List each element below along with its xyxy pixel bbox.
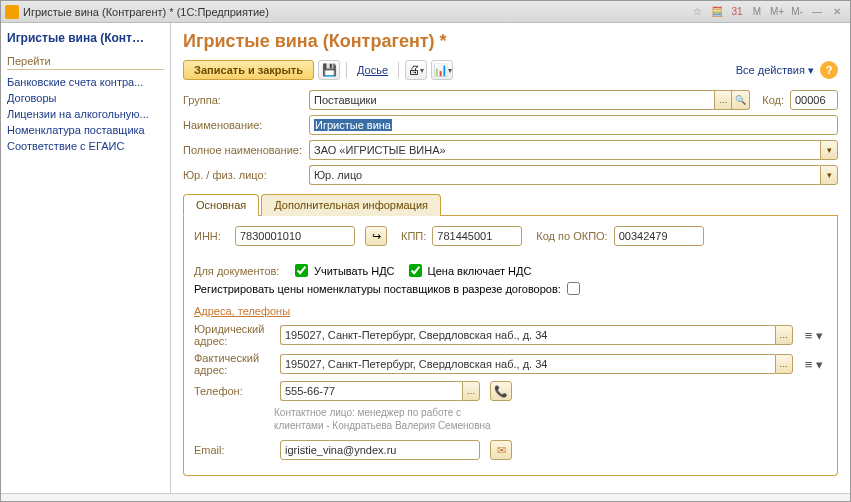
memory-mplus-button[interactable]: M+ [768, 4, 786, 20]
statusbar [1, 493, 850, 501]
sidebar: Игристые вина (Конт… Перейти Банковские … [1, 23, 171, 493]
sidebar-section-label: Перейти [7, 55, 164, 70]
fact-addr-label: Фактический адрес: [194, 352, 274, 376]
phone-select-button[interactable]: … [462, 381, 480, 401]
fullname-dropdown-button[interactable]: ▾ [820, 140, 838, 160]
sidebar-link-contracts[interactable]: Договоры [7, 90, 164, 106]
tab-main-body: ИНН: ↪ КПП: Код по ОКПО: Для документов:… [183, 216, 838, 476]
sidebar-link-egais[interactable]: Соответствие с ЕГАИС [7, 138, 164, 154]
app-icon [5, 5, 19, 19]
code-input[interactable] [790, 90, 838, 110]
kpp-label: КПП: [401, 230, 426, 242]
toolbar: Записать и закрыть 💾 Досье 🖨▾ 📊▾ Все дей… [183, 60, 838, 80]
legal-addr-input[interactable] [280, 325, 775, 345]
phone-input[interactable] [280, 381, 462, 401]
fact-addr-select-button[interactable]: … [775, 354, 793, 374]
inn-fill-button[interactable]: ↪ [365, 226, 387, 246]
name-input[interactable]: Игристые вина [309, 115, 838, 135]
vat-price-checkbox[interactable] [409, 264, 422, 277]
sidebar-link-licenses[interactable]: Лицензии на алкогольную... [7, 106, 164, 122]
memory-mminus-button[interactable]: M- [788, 4, 806, 20]
fullname-label: Полное наименование: [183, 144, 303, 156]
window-title: Игристые вина (Контрагент) * (1С:Предпри… [23, 6, 686, 18]
fact-addr-input[interactable] [280, 354, 775, 374]
group-search-button[interactable]: 🔍 [732, 90, 750, 110]
okpo-input[interactable] [614, 226, 704, 246]
print-dropdown-icon[interactable]: 🖨▾ [405, 60, 427, 80]
inn-label: ИНН: [194, 230, 229, 242]
memory-m-button[interactable]: M [748, 4, 766, 20]
sidebar-link-supplier-items[interactable]: Номенклатура поставщика [7, 122, 164, 138]
jurfiz-dropdown-button[interactable]: ▾ [820, 165, 838, 185]
minimize-button[interactable]: — [808, 4, 826, 20]
sidebar-link-bank-accounts[interactable]: Банковские счета контра... [7, 74, 164, 90]
calendar-icon[interactable]: 31 [728, 4, 746, 20]
legal-addr-menu-icon[interactable]: ≡ ▾ [801, 328, 827, 343]
contact-note: Контактное лицо: менеджер по работе с кл… [274, 406, 504, 432]
titlebar: Игристые вина (Контрагент) * (1С:Предпри… [1, 1, 850, 23]
inn-input[interactable] [235, 226, 355, 246]
name-label: Наименование: [183, 119, 303, 131]
vat-price-label: Цена включает НДС [428, 265, 532, 277]
fact-addr-menu-icon[interactable]: ≡ ▾ [801, 357, 827, 372]
group-label: Группа: [183, 94, 303, 106]
group-select-button[interactable]: … [714, 90, 732, 110]
kpp-input[interactable] [432, 226, 522, 246]
email-input[interactable] [280, 440, 480, 460]
group-input[interactable] [309, 90, 714, 110]
tab-extra[interactable]: Дополнительная информация [261, 194, 441, 216]
fullname-input[interactable] [309, 140, 820, 160]
phone-label: Телефон: [194, 385, 274, 397]
vat-include-label: Учитывать НДС [314, 265, 395, 277]
report-dropdown-icon[interactable]: 📊▾ [431, 60, 453, 80]
page-title: Игристые вина (Контрагент) * [183, 31, 838, 52]
all-actions-dropdown[interactable]: Все действия ▾ [736, 64, 814, 77]
save-icon[interactable]: 💾 [318, 60, 340, 80]
jurfiz-label: Юр. / физ. лицо: [183, 169, 303, 181]
dossier-link[interactable]: Досье [353, 64, 392, 76]
reg-prices-checkbox[interactable] [567, 282, 580, 295]
app-window: Игристые вина (Контрагент) * (1С:Предпри… [0, 0, 851, 502]
tab-main[interactable]: Основная [183, 194, 259, 216]
main-panel: Игристые вина (Контрагент) * Записать и … [171, 23, 850, 493]
jurfiz-input[interactable] [309, 165, 820, 185]
close-button[interactable]: ✕ [828, 4, 846, 20]
calculator-icon[interactable]: 🧮 [708, 4, 726, 20]
docs-label: Для документов: [194, 265, 289, 277]
legal-addr-select-button[interactable]: … [775, 325, 793, 345]
vat-include-checkbox[interactable] [295, 264, 308, 277]
sidebar-title: Игристые вина (Конт… [7, 31, 164, 45]
tabs: Основная Дополнительная информация [183, 193, 838, 216]
reg-prices-label: Регистрировать цены номенклатуры поставщ… [194, 283, 561, 295]
help-icon[interactable]: ? [820, 61, 838, 79]
email-label: Email: [194, 444, 274, 456]
legal-addr-label: Юридический адрес: [194, 323, 274, 347]
addresses-section-title: Адреса, телефоны [194, 305, 827, 317]
favorite-icon[interactable]: ☆ [688, 4, 706, 20]
phone-call-icon[interactable]: 📞 [490, 381, 512, 401]
save-and-close-button[interactable]: Записать и закрыть [183, 60, 314, 80]
code-label: Код: [762, 94, 784, 106]
email-send-icon[interactable]: ✉ [490, 440, 512, 460]
okpo-label: Код по ОКПО: [536, 230, 607, 242]
